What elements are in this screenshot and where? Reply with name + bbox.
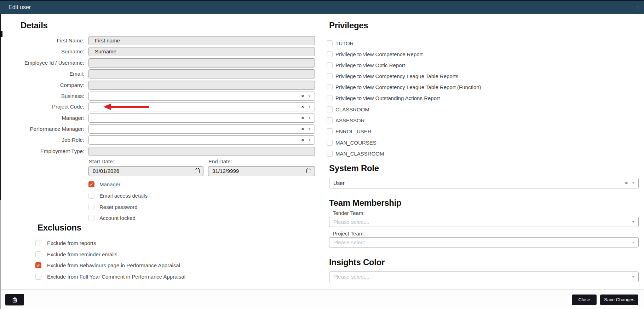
system-role-select[interactable]: User × ▾ — [329, 178, 639, 188]
form-row: Employee Id / Username: — [0, 58, 322, 68]
arrow-shaft — [110, 106, 149, 108]
start-date-input[interactable]: 01/01/2026 — [88, 166, 203, 176]
end-date-input[interactable]: 31/12/9999 — [208, 166, 315, 176]
privilege-classroom-label: CLASSROOM — [335, 106, 369, 113]
privilege-assessor-label: ASSESSOR — [335, 117, 365, 124]
tender-team-select[interactable]: Please select... ▾ — [329, 217, 639, 227]
job-role-select[interactable]: × ▾ — [88, 135, 315, 145]
company-input[interactable] — [88, 81, 315, 90]
start-date-label: Start Date: — [89, 158, 114, 164]
privilege-league-function-checkbox[interactable]: ✓ — [327, 84, 333, 90]
delete-user-button[interactable] — [5, 294, 24, 305]
exclude-behaviours-checkbox[interactable]: ✓ — [35, 262, 41, 268]
employment-type-input[interactable] — [88, 147, 315, 156]
modal-header: Edit user × — [0, 0, 644, 14]
save-changes-button[interactable]: Save Changes — [600, 295, 638, 305]
chevron-down-icon: ▾ — [309, 114, 310, 122]
privilege-man-courses-label: MAN_COURSES — [335, 140, 376, 146]
manager-checkbox[interactable]: ✓ — [88, 181, 94, 187]
details-heading: Details — [21, 21, 48, 30]
first-name-label: First Name: — [0, 36, 84, 45]
reset-password-checkbox[interactable]: ✓ — [88, 204, 94, 210]
chevron-down-icon: ▾ — [632, 217, 634, 227]
end-date-label: End Date: — [208, 158, 232, 164]
surname-input[interactable]: Surname — [88, 47, 315, 56]
project-code-label: Project Code: — [0, 102, 84, 111]
performance-manager-select[interactable]: × ▾ — [88, 124, 315, 134]
email-label: Email: — [0, 69, 84, 78]
calendar-icon[interactable] — [195, 169, 200, 173]
check-icon: ✓ — [36, 263, 41, 268]
form-row: Performance Manager: × ▾ — [0, 124, 322, 134]
business-select[interactable]: × ▾ — [88, 92, 315, 101]
page-edge-artifact — [0, 200, 1, 309]
manager-select[interactable]: × ▾ — [88, 113, 315, 123]
clear-icon[interactable]: × — [301, 136, 304, 144]
employee-id-label: Employee Id / Username: — [0, 58, 84, 68]
privilege-optic-report-label: Privilege to view Optic Report — [335, 62, 405, 69]
exclude-behaviours-label: Exclude from Behaviours page in Performa… — [47, 262, 180, 269]
job-role-label: Job Role: — [0, 135, 84, 145]
arrow-head — [103, 104, 111, 110]
exclude-full-year-label: Exclude from Full Year Comment in Perfor… — [47, 274, 185, 280]
tender-team-label: Tender Team: — [333, 210, 365, 216]
privilege-man-courses-checkbox[interactable]: ✓ — [327, 140, 333, 146]
form-row: Project Code: × ▾ — [0, 102, 322, 112]
manager-checkbox-label: Manager — [99, 181, 120, 188]
first-name-input[interactable]: First name — [88, 36, 315, 45]
clear-icon[interactable]: × — [301, 103, 304, 111]
privilege-assessor-checkbox[interactable]: ✓ — [327, 117, 333, 123]
close-button[interactable]: Close — [572, 295, 597, 305]
privilege-tutor-checkbox[interactable]: ✓ — [327, 40, 333, 46]
privilege-man-classroom-checkbox[interactable]: ✓ — [327, 151, 333, 157]
manager-label: Manager: — [0, 113, 84, 123]
employee-id-input[interactable] — [88, 58, 315, 68]
insights-color-select[interactable]: Please select... ▾ — [329, 272, 639, 282]
project-team-placeholder: Please select... — [333, 238, 369, 247]
form-row: Job Role: × ▾ — [0, 135, 322, 145]
chevron-down-icon: ▾ — [632, 238, 634, 247]
project-team-select[interactable]: Please select... ▾ — [329, 237, 639, 247]
clear-icon[interactable]: × — [625, 178, 628, 188]
trash-icon — [12, 297, 17, 303]
clear-icon[interactable]: × — [301, 125, 304, 133]
calendar-icon[interactable] — [306, 169, 311, 173]
exclude-full-year-checkbox[interactable]: ✓ — [35, 274, 41, 280]
close-icon[interactable]: × — [633, 4, 641, 12]
exclude-reports-label: Exclude from reports — [47, 240, 96, 246]
form-row: Company: — [0, 81, 322, 90]
system-role-heading: System Role — [329, 163, 379, 173]
privilege-classroom-checkbox[interactable]: ✓ — [327, 106, 333, 112]
tender-team-placeholder: Please select... — [333, 217, 369, 227]
exclude-reports-checkbox[interactable]: ✓ — [35, 240, 41, 246]
form-row: Employment Type: — [0, 147, 322, 156]
privilege-enrol-user-checkbox[interactable]: ✓ — [327, 128, 333, 134]
form-row: First Name: First name — [0, 36, 322, 46]
team-membership-heading: Team Membership — [329, 198, 401, 208]
privilege-competence-report-checkbox[interactable]: ✓ — [327, 51, 333, 57]
start-date-value: 01/01/2026 — [93, 167, 119, 176]
privilege-tutor-label: TUTOR — [335, 40, 353, 47]
employment-type-label: Employment Type: — [0, 147, 84, 156]
privilege-competence-report-label: Privilege to view Competence Report — [335, 51, 423, 58]
clear-icon[interactable]: × — [301, 92, 304, 100]
business-label: Business: — [0, 92, 84, 101]
performance-manager-label: Performance Manager: — [0, 124, 84, 134]
clear-icon[interactable]: × — [301, 114, 304, 122]
edit-user-modal: Edit user × Details First Name: First na… — [0, 0, 644, 309]
exclusions-heading: Exclusions — [38, 223, 81, 233]
account-locked-checkbox[interactable]: ✓ — [88, 215, 94, 221]
company-label: Company: — [0, 81, 84, 90]
email-access-checkbox[interactable]: ✓ — [88, 193, 94, 199]
privilege-optic-report-checkbox[interactable]: ✓ — [327, 62, 333, 68]
insights-color-heading: Insights Color — [329, 257, 385, 267]
form-row: Business: × ▾ — [0, 92, 322, 101]
form-row: Email: — [0, 69, 322, 79]
email-input[interactable] — [88, 69, 315, 78]
exclude-reminder-emails-checkbox[interactable]: ✓ — [35, 251, 41, 257]
privilege-man-classroom-label: MAN_CLASSROOM — [335, 151, 384, 157]
surname-label: Surname: — [0, 47, 84, 56]
system-role-value: User — [333, 178, 345, 188]
privilege-league-reports-checkbox[interactable]: ✓ — [327, 73, 333, 79]
privilege-outstanding-actions-checkbox[interactable]: ✓ — [327, 95, 333, 101]
